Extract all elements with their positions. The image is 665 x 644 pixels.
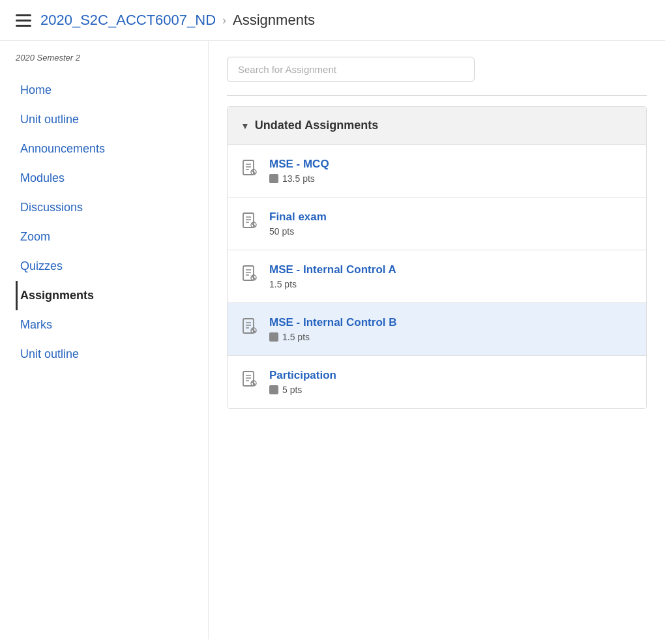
assignment-points-row: 50 pts	[269, 226, 633, 237]
sidebar-nav: Home Unit outline Announcements Modules …	[16, 76, 208, 369]
assignment-item-mse-mcq[interactable]: MSE - MCQ 13.5 pts	[228, 144, 646, 197]
assignment-item-mse-internal-b[interactable]: MSE - Internal Control B 1.5 pts	[228, 302, 646, 355]
assignment-item-final-exam[interactable]: Final exam 50 pts	[228, 197, 646, 250]
assignment-points: 1.5 pts	[269, 279, 297, 289]
points-badge	[269, 332, 278, 342]
assignment-icon	[241, 212, 259, 230]
assignment-icon	[241, 159, 259, 177]
breadcrumb-separator: ›	[222, 14, 226, 27]
svg-rect-10	[243, 266, 254, 280]
points-badge	[269, 385, 278, 394]
svg-rect-0	[243, 160, 254, 175]
main-layout: 2020 Semester 2 Home Unit outline Announ…	[0, 41, 665, 639]
assignment-points: 1.5 pts	[282, 332, 310, 342]
assignment-points-row: 1.5 pts	[269, 332, 633, 342]
hamburger-menu[interactable]	[16, 14, 31, 27]
assignment-item-participation[interactable]: Participation 5 pts	[228, 355, 646, 408]
sidebar-item-zoom[interactable]: Zoom	[16, 222, 208, 252]
sidebar-item-assignments[interactable]: Assignments	[16, 281, 208, 310]
assignment-item-mse-internal-a[interactable]: MSE - Internal Control A 1.5 pts	[228, 250, 646, 302]
assignment-icon	[241, 317, 259, 336]
svg-rect-20	[243, 372, 254, 386]
sidebar-item-modules[interactable]: Modules	[16, 164, 208, 193]
svg-rect-15	[243, 319, 254, 333]
sidebar: 2020 Semester 2 Home Unit outline Announ…	[0, 41, 209, 639]
sidebar-item-marks[interactable]: Marks	[16, 310, 208, 340]
sidebar-item-announcements[interactable]: Announcements	[16, 134, 208, 164]
points-badge	[269, 174, 278, 183]
assignment-icon	[241, 265, 259, 283]
assignment-content: Final exam 50 pts	[269, 211, 633, 237]
sidebar-item-unit-outline-2[interactable]: Unit outline	[16, 340, 208, 369]
sidebar-item-discussions[interactable]: Discussions	[16, 193, 208, 222]
assignment-points: 50 pts	[269, 226, 294, 237]
page-title: Assignments	[233, 12, 315, 29]
semester-label: 2020 Semester 2	[16, 53, 208, 63]
search-bar	[227, 57, 647, 82]
assignment-points: 5 pts	[282, 385, 302, 395]
svg-rect-5	[243, 213, 254, 227]
assignment-name[interactable]: MSE - MCQ	[269, 158, 633, 171]
header: 2020_S2C_ACCT6007_ND › Assignments	[0, 0, 665, 41]
search-input[interactable]	[227, 57, 475, 82]
divider	[227, 95, 647, 96]
sidebar-item-quizzes[interactable]: Quizzes	[16, 252, 208, 281]
assignment-content: MSE - Internal Control B 1.5 pts	[269, 316, 633, 342]
assignment-name[interactable]: Final exam	[269, 211, 633, 224]
assignment-name[interactable]: Participation	[269, 369, 633, 382]
breadcrumb: 2020_S2C_ACCT6007_ND › Assignments	[40, 12, 315, 29]
assignment-points-row: 5 pts	[269, 385, 633, 395]
assignment-points-row: 1.5 pts	[269, 279, 633, 289]
assignment-content: Participation 5 pts	[269, 369, 633, 395]
assignments-list: ▼ Undated Assignments MSE - MCQ	[227, 106, 647, 409]
group-header-undated[interactable]: ▼ Undated Assignments	[228, 107, 646, 144]
assignment-content: MSE - Internal Control A 1.5 pts	[269, 263, 633, 289]
group-label: Undated Assignments	[255, 119, 378, 132]
collapse-icon: ▼	[241, 121, 250, 131]
course-code[interactable]: 2020_S2C_ACCT6007_ND	[40, 12, 216, 29]
assignment-content: MSE - MCQ 13.5 pts	[269, 158, 633, 184]
assignment-name[interactable]: MSE - Internal Control A	[269, 263, 633, 276]
sidebar-item-unit-outline[interactable]: Unit outline	[16, 105, 208, 134]
assignment-icon	[241, 370, 259, 388]
sidebar-item-home[interactable]: Home	[16, 76, 208, 105]
assignment-points: 13.5 pts	[282, 173, 315, 184]
assignment-name[interactable]: MSE - Internal Control B	[269, 316, 633, 329]
assignment-points-row: 13.5 pts	[269, 173, 633, 184]
main-content: ▼ Undated Assignments MSE - MCQ	[209, 41, 665, 639]
